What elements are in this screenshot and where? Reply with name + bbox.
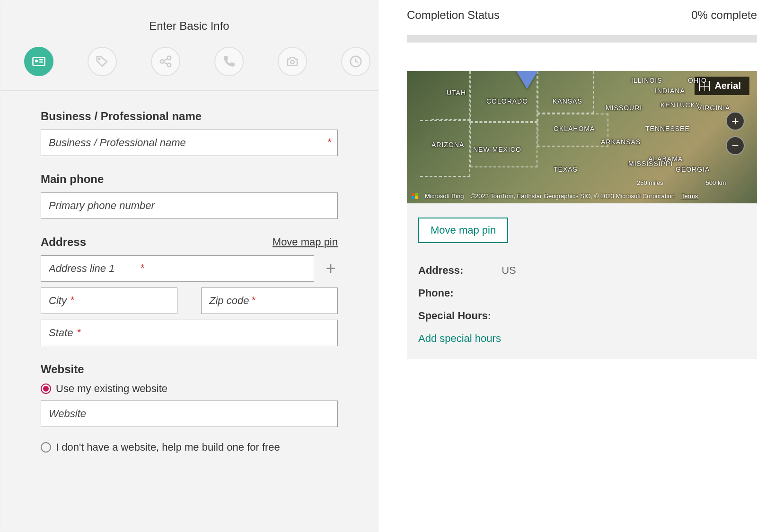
business-name-input[interactable] bbox=[41, 130, 338, 156]
camera-icon bbox=[285, 54, 299, 69]
map-region-label: KENTUCKY bbox=[660, 101, 700, 109]
map-region-label: TENNESSEE bbox=[645, 125, 690, 132]
required-marker: * bbox=[327, 136, 331, 148]
map-region-label: UTAH bbox=[447, 89, 466, 96]
map-region-label: ARKANSAS bbox=[601, 138, 641, 146]
required-marker: * bbox=[140, 262, 145, 274]
completion-label: Completion Status bbox=[407, 9, 500, 22]
preview-panel: Completion Status 0% complete Aerial + −… bbox=[407, 0, 757, 532]
share-icon bbox=[158, 54, 173, 69]
microsoft-logo-icon bbox=[412, 193, 418, 200]
summary-special-hours-label: Special Hours: bbox=[418, 310, 499, 322]
business-name-group: Business / Professional name * bbox=[41, 110, 338, 156]
map-copyright: ©2023 TomTom, Earthstar Geographics SIO,… bbox=[470, 192, 675, 200]
map-region-label: KANSAS bbox=[553, 97, 582, 105]
map-canvas[interactable]: Aerial + − UTAHCOLORADOKANSASNEW MEXICOO… bbox=[407, 71, 757, 203]
main-phone-input[interactable] bbox=[41, 192, 338, 219]
business-name-label: Business / Professional name bbox=[41, 110, 338, 123]
no-website-radio[interactable]: I don't have a website, help me build on… bbox=[41, 441, 338, 454]
svg-point-7 bbox=[167, 63, 171, 67]
zip-input[interactable] bbox=[201, 288, 338, 314]
use-existing-website-radio[interactable]: Use my existing website bbox=[41, 383, 338, 395]
map-region-label: TEXAS bbox=[554, 166, 578, 173]
use-existing-label: Use my existing website bbox=[56, 383, 167, 395]
map-region-label: ILLINOIS bbox=[631, 77, 662, 84]
tag-icon bbox=[95, 54, 109, 69]
summary-address-label: Address: bbox=[418, 264, 499, 277]
step-share[interactable] bbox=[151, 47, 180, 76]
required-marker: * bbox=[251, 294, 255, 306]
completion-value: 0% complete bbox=[691, 9, 757, 22]
add-address-line-button[interactable]: + bbox=[324, 260, 338, 277]
map-scale-miles: 250 miles bbox=[637, 179, 663, 186]
address-group: Address Move map pin * + * * bbox=[41, 235, 338, 346]
clock-icon bbox=[349, 54, 363, 69]
map-region-label: ALABAMA bbox=[648, 155, 683, 163]
map-region-label: OHIO bbox=[688, 77, 707, 84]
svg-point-6 bbox=[167, 56, 171, 60]
completion-row: Completion Status 0% complete bbox=[407, 9, 757, 22]
step-phone[interactable] bbox=[214, 47, 244, 76]
svg-point-5 bbox=[160, 60, 164, 63]
step-hours[interactable] bbox=[341, 47, 370, 76]
svg-line-9 bbox=[164, 62, 167, 64]
radio-icon bbox=[41, 384, 51, 394]
form-panel: Enter Basic Info Business / Profe bbox=[0, 0, 378, 532]
map-view-label: Aerial bbox=[714, 80, 741, 91]
map-region-label: MISSOURI bbox=[606, 104, 642, 112]
summary-special-hours-row: Special Hours: bbox=[418, 310, 757, 322]
svg-line-8 bbox=[164, 59, 167, 61]
main-phone-group: Main phone bbox=[41, 173, 338, 219]
move-map-pin-button[interactable]: Move map pin bbox=[418, 218, 508, 243]
step-basic-info[interactable] bbox=[24, 47, 53, 76]
page-title: Enter Basic Info bbox=[0, 19, 378, 33]
map-region-label: NEW MEXICO bbox=[473, 146, 521, 153]
summary-address-row: Address: US bbox=[418, 264, 757, 277]
map-zoom-out-button[interactable]: − bbox=[726, 136, 745, 155]
step-category[interactable] bbox=[88, 47, 117, 76]
map-scale: 250 miles 500 km bbox=[637, 179, 726, 186]
address-line1-input[interactable] bbox=[41, 255, 314, 282]
city-input[interactable] bbox=[41, 288, 177, 314]
map-brand: Microsoft Bing bbox=[425, 192, 464, 200]
summary-phone-label: Phone: bbox=[418, 287, 499, 299]
map-section: Aerial + − UTAHCOLORADOKANSASNEW MEXICOO… bbox=[407, 71, 757, 359]
step-nav bbox=[0, 47, 378, 76]
completion-progress-bar bbox=[407, 35, 757, 43]
header: Enter Basic Info bbox=[0, 0, 378, 91]
map-zoom-in-button[interactable]: + bbox=[726, 112, 745, 131]
svg-point-10 bbox=[290, 61, 294, 64]
radio-icon bbox=[41, 442, 51, 453]
map-region-label: OKLAHOMA bbox=[554, 125, 595, 132]
map-region-label: COLORADO bbox=[486, 97, 528, 105]
summary-address-value: US bbox=[502, 264, 516, 276]
step-photos[interactable] bbox=[278, 47, 307, 76]
svg-point-4 bbox=[98, 58, 100, 60]
phone-icon bbox=[222, 54, 236, 69]
move-pin-link[interactable]: Move map pin bbox=[273, 236, 338, 248]
website-label: Website bbox=[41, 363, 338, 376]
required-marker: * bbox=[70, 294, 74, 306]
map-terms-link[interactable]: Terms bbox=[681, 192, 698, 200]
address-label: Address bbox=[41, 235, 86, 249]
map-region-label: GEORGIA bbox=[676, 166, 710, 173]
form-body: Business / Professional name * Main phon… bbox=[0, 91, 378, 489]
website-input[interactable] bbox=[41, 401, 338, 427]
main-phone-label: Main phone bbox=[41, 173, 338, 186]
map-pin-icon bbox=[516, 71, 538, 89]
map-attribution: Microsoft Bing ©2023 TomTom, Earthstar G… bbox=[412, 192, 698, 200]
card-icon bbox=[32, 54, 46, 69]
map-scale-km: 500 km bbox=[706, 179, 726, 186]
website-group: Website Use my existing website I don't … bbox=[41, 363, 338, 454]
no-website-label: I don't have a website, help me build on… bbox=[56, 441, 280, 454]
add-special-hours-link[interactable]: Add special hours bbox=[418, 332, 757, 345]
map-region-label: ARIZONA bbox=[431, 141, 464, 148]
svg-point-1 bbox=[35, 60, 38, 62]
required-marker: * bbox=[77, 326, 81, 339]
map-region-label: INDIANA bbox=[655, 87, 685, 95]
map-region-label: VIRGINIA bbox=[697, 104, 730, 112]
summary-phone-row: Phone: bbox=[418, 287, 757, 299]
state-input[interactable] bbox=[41, 320, 338, 346]
